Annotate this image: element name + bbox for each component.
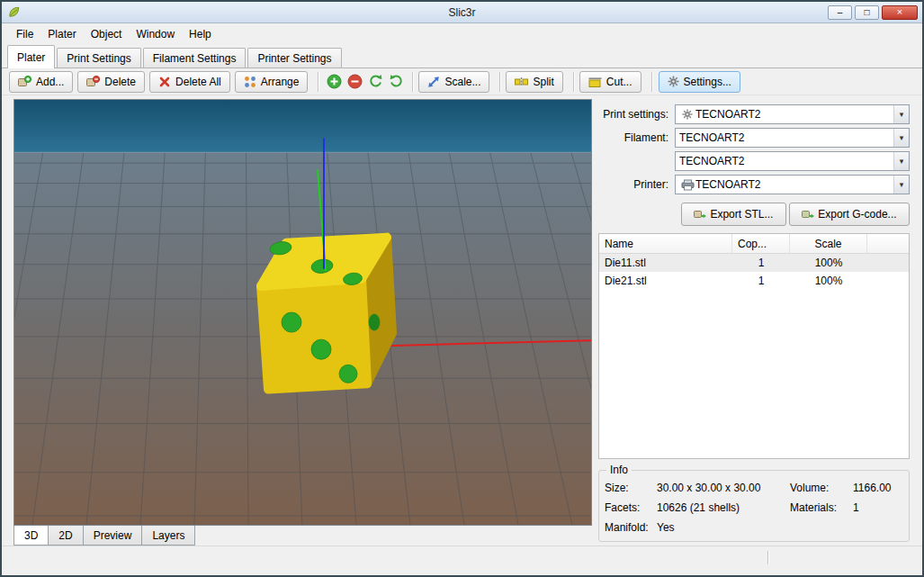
object-list[interactable]: Name Cop... Scale Die11.stl 1 100% Die21…: [598, 233, 910, 459]
menu-help[interactable]: Help: [182, 25, 219, 43]
print-settings-row: Print settings: TECNOART2 ▾: [598, 103, 910, 126]
export-spacer: [598, 203, 678, 226]
filament2-row: TECNOART2 ▾: [598, 149, 910, 173]
delete-button[interactable]: Delete: [77, 71, 145, 93]
cut-button[interactable]: Cut...: [579, 71, 641, 93]
menu-window[interactable]: Window: [129, 25, 182, 43]
filament-value: TECNOART2: [679, 131, 893, 144]
facets-label: Facets:: [605, 501, 657, 514]
materials-label: Materials:: [790, 501, 853, 514]
maximize-button[interactable]: □: [855, 5, 879, 20]
delete-all-button-label: Delete All: [175, 76, 221, 88]
view-tab-3d[interactable]: 3D: [13, 526, 49, 545]
status-bar: [2, 545, 922, 575]
size-label: Size:: [605, 482, 657, 494]
more-copies-button[interactable]: [325, 72, 344, 91]
settings-panel: Print settings: TECNOART2 ▾ Filament: TE…: [598, 99, 910, 545]
rotate-cw-button[interactable]: [387, 72, 406, 91]
object-copies: 1: [732, 275, 790, 287]
add-icon: [18, 76, 31, 88]
viewport-3d[interactable]: [13, 99, 592, 526]
object-scale: 100%: [790, 275, 867, 287]
status-bar-separator: [767, 551, 768, 564]
scale-button-label: Scale...: [444, 76, 480, 88]
rotate-ccw-button[interactable]: [366, 72, 385, 91]
menu-bar: File Plater Object Window Help: [2, 23, 922, 45]
export-gcode-label: Export G-code...: [818, 208, 896, 221]
object-copies: 1: [732, 257, 790, 269]
printer-combo[interactable]: TECNOART2 ▾: [675, 175, 910, 194]
filament-label: Filament:: [598, 131, 675, 144]
plater-toolbar: Add... Delete Delete All Arrange: [2, 68, 922, 95]
filament2-combo[interactable]: TECNOART2 ▾: [675, 151, 910, 171]
menu-object[interactable]: Object: [84, 25, 130, 43]
printer-value: TECNOART2: [695, 178, 893, 191]
table-row[interactable]: Die11.stl 1 100%: [599, 254, 909, 272]
export-row: Export STL... Export G-code...: [598, 203, 910, 226]
tab-plater[interactable]: Plater: [7, 45, 55, 68]
printer-row: Printer: TECNOART2 ▾: [598, 173, 910, 196]
more-copies-icon: [327, 74, 342, 89]
view-tab-layers[interactable]: Layers: [141, 526, 195, 545]
background-sky: [14, 100, 591, 152]
scale-button[interactable]: Scale...: [418, 71, 489, 93]
delete-all-icon: [158, 76, 171, 88]
printer-icon: [679, 179, 695, 191]
export-stl-button[interactable]: Export STL...: [681, 203, 786, 226]
tab-filament-settings[interactable]: Filament Settings: [143, 48, 247, 68]
toolbar-separator: [651, 72, 652, 92]
print-settings-combo[interactable]: TECNOART2 ▾: [675, 104, 910, 124]
delete-all-button[interactable]: Delete All: [149, 71, 230, 93]
chevron-down-icon[interactable]: ▾: [893, 152, 909, 170]
close-button[interactable]: ×: [882, 5, 918, 20]
cut-button-label: Cut...: [606, 76, 632, 88]
object-scale: 100%: [790, 257, 867, 269]
rotate-ccw-icon: [368, 74, 383, 89]
add-button-label: Add...: [36, 76, 64, 88]
main-tab-bar: Plater Print Settings Filament Settings …: [2, 45, 922, 68]
filament-combo[interactable]: TECNOART2 ▾: [675, 128, 910, 148]
table-row[interactable]: Die21.stl 1 100%: [599, 272, 909, 290]
chevron-down-icon[interactable]: ▾: [893, 176, 909, 194]
settings-button[interactable]: Settings...: [659, 71, 740, 93]
window-controls: – □ ×: [828, 5, 918, 20]
column-header-filler: [867, 234, 909, 253]
view-tab-preview[interactable]: Preview: [83, 526, 143, 545]
view-tab-2d[interactable]: 2D: [48, 526, 83, 545]
menu-plater[interactable]: Plater: [40, 25, 83, 43]
print-settings-label: Print settings:: [598, 108, 675, 121]
gear-icon: [668, 76, 679, 87]
materials-value: 1: [853, 501, 903, 514]
column-header-copies[interactable]: Cop...: [732, 234, 790, 253]
filament-row: Filament: TECNOART2 ▾: [598, 126, 910, 149]
tab-print-settings[interactable]: Print Settings: [57, 48, 140, 68]
size-value: 30.00 x 30.00 x 30.00: [657, 482, 790, 494]
chevron-down-icon[interactable]: ▾: [893, 105, 909, 123]
export-gcode-button[interactable]: Export G-code...: [789, 203, 910, 226]
model-die[interactable]: [261, 238, 392, 390]
toolbar-separator: [499, 72, 500, 92]
tab-printer-settings[interactable]: Printer Settings: [247, 48, 341, 68]
split-button[interactable]: Split: [506, 71, 562, 93]
fewer-copies-button[interactable]: [345, 72, 364, 91]
plater-main: 3D 2D Preview Layers Print settings: TEC…: [2, 95, 922, 545]
minimize-button[interactable]: –: [828, 5, 852, 20]
chevron-down-icon[interactable]: ▾: [893, 129, 909, 147]
arrange-button[interactable]: Arrange: [235, 71, 309, 93]
bed-scene: [14, 100, 591, 525]
manifold-value: Yes: [657, 521, 790, 534]
cut-icon: [588, 76, 602, 88]
column-header-name[interactable]: Name: [599, 234, 732, 253]
add-button[interactable]: Add...: [9, 71, 73, 93]
menu-file[interactable]: File: [9, 25, 40, 43]
column-header-scale[interactable]: Scale: [790, 234, 867, 253]
export-stl-label: Export STL...: [710, 208, 773, 221]
export-gcode-icon: [802, 209, 814, 221]
slic3r-logo-icon: [7, 5, 21, 19]
rotate-cw-icon: [389, 74, 404, 89]
object-name: Die21.stl: [599, 275, 732, 287]
export-stl-icon: [694, 209, 706, 221]
info-grid: Size: 30.00 x 30.00 x 30.00 Volume: 1166…: [605, 482, 903, 534]
manifold-label: Manifold:: [605, 521, 657, 534]
volume-value: 1166.00: [853, 482, 903, 494]
